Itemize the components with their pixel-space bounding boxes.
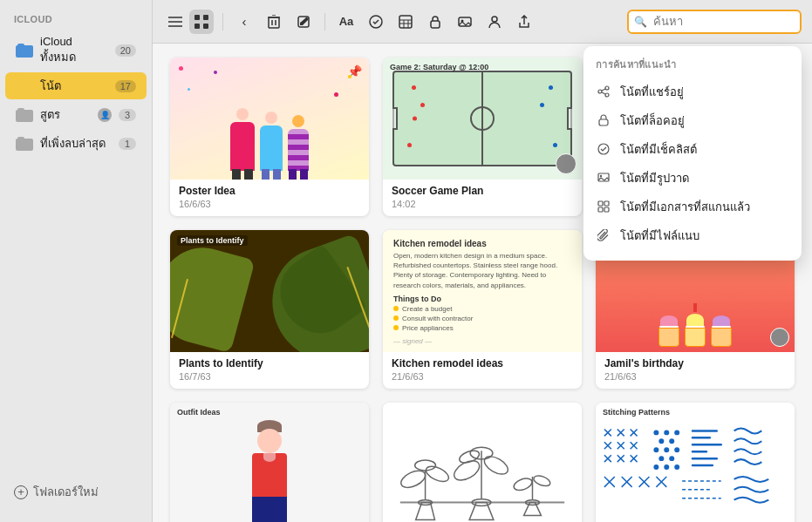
sidebar-item-recipes[interactable]: สูตร 👤 3 bbox=[5, 101, 147, 128]
soccer-field bbox=[392, 71, 571, 166]
note-card-soccer[interactable]: Game 2: Saturday @ 12:00 bbox=[383, 58, 582, 216]
kitchen-todo-2: Consult with contractor bbox=[393, 315, 571, 322]
back-button[interactable]: ‹ bbox=[232, 10, 256, 34]
delete-button[interactable] bbox=[262, 10, 286, 34]
dropdown-item-checklist[interactable]: โน้ตที่มีเช็คลิสต์ bbox=[583, 135, 802, 164]
people-button[interactable] bbox=[482, 10, 507, 34]
search-icon: 🔍 bbox=[634, 16, 647, 28]
svg-point-82 bbox=[664, 464, 669, 470]
attachment-icon bbox=[596, 227, 611, 243]
sidebar-item-recent[interactable]: ที่เพิ่งลบล่าสุด 1 bbox=[5, 130, 147, 157]
svg-point-83 bbox=[674, 464, 679, 470]
plants-header: Plants to Identify bbox=[177, 235, 248, 246]
svg-point-81 bbox=[653, 464, 658, 470]
note-card-outfit[interactable]: Outfit Ideas bbox=[170, 403, 369, 522]
lock-button[interactable] bbox=[423, 10, 447, 34]
plus-icon: + bbox=[14, 485, 28, 499]
search-input[interactable] bbox=[627, 10, 802, 34]
svg-rect-33 bbox=[598, 201, 603, 206]
divider-1 bbox=[222, 13, 223, 31]
badge-drafts: 17 bbox=[115, 80, 136, 92]
svg-point-46 bbox=[481, 453, 511, 478]
note-date-birthday: 21/6/63 bbox=[604, 371, 786, 382]
compose-button[interactable] bbox=[291, 10, 316, 34]
list-view-button[interactable] bbox=[163, 10, 188, 34]
avatar-badge-soccer bbox=[556, 153, 577, 174]
note-date-plants: 16/7/63 bbox=[179, 371, 360, 382]
kitchen-todo-3: Price appliances bbox=[393, 324, 571, 332]
svg-point-52 bbox=[532, 474, 551, 488]
dropdown-label-checklist: โน้ตที่มีเช็คลิสต์ bbox=[620, 140, 697, 159]
new-folder-label: โฟลเดอร์ใหม่ bbox=[33, 483, 99, 501]
svg-point-76 bbox=[653, 447, 658, 452]
grid-view-button[interactable] bbox=[189, 10, 214, 34]
svg-point-72 bbox=[664, 430, 669, 435]
dropdown-label-shared: โน้ตที่แชร์อยู่ bbox=[620, 83, 684, 101]
note-card-stitching[interactable]: Stitching Patterns bbox=[596, 403, 795, 522]
sidebar-label-all: iCloud ทั้งหมด bbox=[40, 35, 108, 66]
svg-point-78 bbox=[674, 447, 679, 452]
sidebar-item-drafts[interactable]: โน้ต 17 bbox=[5, 72, 147, 99]
todo-dot-3 bbox=[393, 325, 399, 330]
note-card-plants[interactable]: Plants to Identify Plants to Identify 16… bbox=[170, 230, 369, 389]
badge-recent: 1 bbox=[119, 138, 136, 150]
note-date-poster: 16/6/63 bbox=[179, 199, 360, 209]
new-folder-button[interactable]: + โฟลเดอร์ใหม่ bbox=[10, 479, 141, 505]
search-wrapper: 🔍 การค้นหาที่แนะนำ โน bbox=[627, 10, 802, 34]
note-card-poster-idea[interactable]: 📌 Poster Idea 16/6/63 bbox=[170, 58, 369, 216]
svg-rect-35 bbox=[598, 207, 603, 212]
kitchen-todo-1: Create a budget bbox=[393, 305, 571, 313]
svg-point-51 bbox=[512, 476, 534, 492]
dropdown-item-shared[interactable]: โน้ตที่แชร์อยู่ bbox=[583, 78, 802, 106]
todo-item-2: Consult with contractor bbox=[402, 315, 473, 322]
todo-dot-1 bbox=[393, 306, 399, 311]
note-info-kitchen: Kitchen remodel ideas 21/6/63 bbox=[383, 352, 582, 389]
search-dropdown: การค้นหาที่แนะนำ โน้ตที่แชร์อยู่ bbox=[583, 46, 802, 261]
todo-item-3: Price appliances bbox=[402, 324, 454, 332]
dropdown-item-locked[interactable]: โน้ตที่ล็อคอยู่ bbox=[583, 106, 802, 135]
outfit-header: Outfit Ideas bbox=[177, 408, 221, 417]
format-button[interactable]: Aa bbox=[334, 10, 358, 34]
note-thumbnail-poster: 📌 bbox=[170, 58, 369, 180]
share-icon bbox=[596, 84, 611, 99]
dropdown-item-drawing[interactable]: โน้ตที่มีรูปวาด bbox=[583, 164, 802, 193]
dropdown-header: การค้นหาที่แนะนำ bbox=[583, 57, 802, 78]
svg-point-32 bbox=[600, 175, 602, 177]
note-info-poster: Poster Idea 16/6/63 bbox=[170, 180, 369, 216]
sidebar-bottom: + โฟลเดอร์ใหม่ bbox=[0, 472, 152, 512]
folder-icon-drafts bbox=[16, 79, 33, 93]
svg-point-42 bbox=[415, 460, 436, 471]
svg-line-27 bbox=[602, 89, 605, 91]
kitchen-body: Open, modern kitchen design in a medium … bbox=[393, 251, 571, 290]
sidebar-item-all[interactable]: iCloud ทั้งหมด 20 bbox=[5, 31, 147, 71]
folder-icon-recent bbox=[16, 137, 33, 151]
drawing-icon bbox=[596, 170, 611, 186]
dropdown-item-attachments[interactable]: โน้ตที่มีไฟล์แนบ bbox=[583, 221, 802, 250]
export-button[interactable] bbox=[512, 10, 536, 34]
dropdown-item-scanned[interactable]: โน้ตที่มีเอกสารที่สแกนแล้ว bbox=[583, 193, 802, 221]
dropdown-label-drawing: โน้ตที่มีรูปวาด bbox=[620, 169, 689, 187]
svg-point-30 bbox=[598, 144, 609, 154]
note-thumbnail-plants: Plants to Identify bbox=[170, 230, 369, 352]
kitchen-title: Kitchen remodel ideas bbox=[393, 239, 571, 248]
note-date-kitchen: 21/6/63 bbox=[392, 371, 573, 382]
note-title-soccer: Soccer Game Plan bbox=[392, 185, 573, 197]
note-card-kitchen[interactable]: Kitchen remodel ideas Open, modern kitch… bbox=[383, 230, 582, 389]
note-card-plant-sketch[interactable]: Plant Sketch bbox=[383, 403, 582, 522]
svg-rect-7 bbox=[269, 17, 279, 28]
svg-rect-36 bbox=[604, 207, 609, 212]
checklist-button[interactable] bbox=[364, 10, 388, 34]
table-button[interactable] bbox=[393, 10, 418, 34]
svg-point-80 bbox=[669, 456, 674, 461]
toolbar: ‹ Aa bbox=[153, 0, 812, 44]
todo-item-1: Create a budget bbox=[402, 305, 452, 313]
dropdown-label-scanned: โน้ตที่มีเอกสารที่สแกนแล้ว bbox=[620, 198, 750, 216]
media-button[interactable] bbox=[453, 10, 477, 34]
note-thumbnail-stitching: Stitching Patterns bbox=[596, 403, 795, 522]
note-info-birthday: Jamil's birthday 21/6/63 bbox=[596, 352, 795, 389]
badge-all: 20 bbox=[115, 44, 136, 57]
note-date-soccer: 14:02 bbox=[392, 199, 573, 209]
svg-rect-20 bbox=[431, 21, 440, 28]
lock-icon bbox=[596, 112, 611, 128]
svg-rect-15 bbox=[399, 16, 412, 28]
